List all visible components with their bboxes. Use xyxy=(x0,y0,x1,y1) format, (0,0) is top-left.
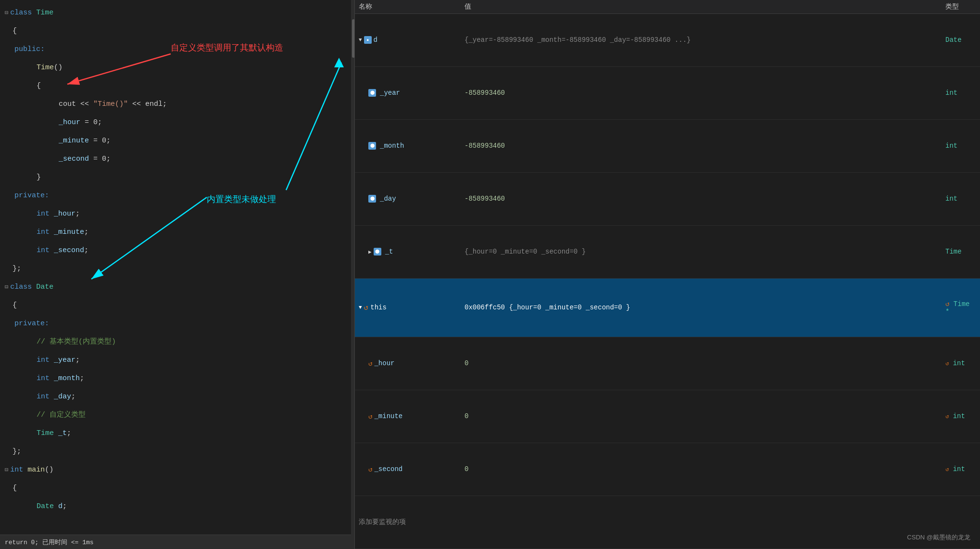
debug-panel: 名称 值 类型 ▼ ● d {_year=-858993460 _month=-… xyxy=(355,0,980,549)
debug-row-day[interactable]: ⬤ _day -858993460 int xyxy=(355,172,980,225)
code-line: }; xyxy=(0,260,351,278)
col-header-type: 类型 xyxy=(942,0,980,13)
var-icon-month: ⬤ xyxy=(368,142,376,150)
expand-arrow-t[interactable]: ▶ xyxy=(368,249,372,255)
debug-table-header: 名称 值 类型 xyxy=(355,0,980,13)
var-type-hour: ↺ int xyxy=(942,337,980,390)
code-line: { xyxy=(0,479,351,498)
code-line: cout << "Time()" << endl; xyxy=(0,95,351,114)
var-type-d: Date xyxy=(942,13,980,66)
code-line: { xyxy=(0,296,351,315)
debug-row-year[interactable]: ⬤ _year -858993460 int xyxy=(355,66,980,119)
debug-row-this[interactable]: ▼ ↺ this 0x006ffc50 {_hour=0 _minute=0 _… xyxy=(355,278,980,337)
code-line: int _day; xyxy=(0,388,351,406)
var-value-minute: 0 xyxy=(461,390,942,443)
code-line: }; xyxy=(0,443,351,461)
debug-row-hour[interactable]: ↺ _hour 0 ↺ int xyxy=(355,337,980,390)
status-bar: return 0; 已用时间 <= 1ms xyxy=(0,535,351,549)
code-panel: ⊟class Time { public: Time() { cout << "… xyxy=(0,0,351,549)
var-icon-year: ⬤ xyxy=(368,89,376,97)
debug-table: 名称 值 类型 ▼ ● d {_year=-858993460 _month=-… xyxy=(355,0,980,549)
var-value-year: -858993460 xyxy=(461,66,942,119)
var-type-t: Time xyxy=(942,225,980,278)
code-line: _second = 0; xyxy=(0,150,351,168)
var-value-second: 0 xyxy=(461,443,942,496)
code-line: ⊟class Time xyxy=(0,4,351,22)
col-header-value: 值 xyxy=(461,0,942,13)
var-value-day: -858993460 xyxy=(461,172,942,225)
code-line: _hour = 0; xyxy=(0,114,351,132)
code-line: int _second; xyxy=(0,242,351,260)
var-type-this: ↺ Time * xyxy=(942,278,980,337)
var-icon-hour: ↺ xyxy=(368,359,372,368)
code-line: } xyxy=(0,168,351,187)
keyword-class: class xyxy=(10,4,36,22)
code-content: ⊟class Time { public: Time() { cout << "… xyxy=(0,0,351,520)
code-line: public: xyxy=(0,40,351,59)
expand-arrow-d[interactable]: ▼ xyxy=(359,37,362,43)
var-icon-second: ↺ xyxy=(368,465,372,473)
collapse-icon-date[interactable]: ⊟ xyxy=(5,278,8,296)
code-line: int _hour; xyxy=(0,205,351,223)
debug-row-second[interactable]: ↺ _second 0 ↺ int xyxy=(355,443,980,496)
var-type-second: ↺ int xyxy=(942,443,980,496)
code-line: ⊟int main() xyxy=(0,461,351,479)
var-name-day: _day xyxy=(380,195,396,203)
debug-row-month[interactable]: ⬤ _month -858993460 int xyxy=(355,119,980,172)
var-type-minute: ↺ int xyxy=(942,390,980,443)
add-watch-row[interactable]: 添加要监视的项 xyxy=(355,496,980,549)
add-watch-label[interactable]: 添加要监视的项 xyxy=(355,496,980,549)
class-name-time: Time xyxy=(36,4,53,22)
code-line: private: xyxy=(0,315,351,333)
var-name-d: d xyxy=(374,36,377,44)
code-line: { xyxy=(0,77,351,95)
var-value-d: {_year=-858993460 _month=-858993460 _day… xyxy=(461,13,942,66)
expand-arrow-this[interactable]: ▼ xyxy=(359,305,362,310)
collapse-icon-main[interactable]: ⊟ xyxy=(5,461,8,479)
var-icon-d: ● xyxy=(364,36,372,44)
collapse-icon[interactable]: ⊟ xyxy=(5,4,8,22)
var-name-this: this xyxy=(370,304,387,311)
var-name-second: _second xyxy=(374,465,402,473)
code-line: Time _t; xyxy=(0,424,351,443)
var-icon-day: ⬤ xyxy=(368,195,376,203)
var-value-t: {_hour=0 _minute=0 _second=0 } xyxy=(461,225,942,278)
code-line: int _month; xyxy=(0,370,351,388)
var-icon-this: ↺ xyxy=(364,303,369,312)
debug-row-minute[interactable]: ↺ _minute 0 ↺ int xyxy=(355,390,980,443)
code-line: Date d; xyxy=(0,498,351,516)
var-name-year: _year xyxy=(380,89,400,97)
code-line: int _year; xyxy=(0,351,351,370)
var-value-month: -858993460 xyxy=(461,119,942,172)
code-line: ⊟class Date xyxy=(0,278,351,296)
var-type-year: int xyxy=(942,66,980,119)
var-value-hour: 0 xyxy=(461,337,942,390)
var-type-month: int xyxy=(942,119,980,172)
code-line: int _minute; xyxy=(0,223,351,242)
code-line: { xyxy=(0,22,351,40)
code-line: private: xyxy=(0,187,351,205)
var-name-hour: _hour xyxy=(374,359,394,367)
var-name-month: _month xyxy=(380,142,404,150)
status-text: return 0; 已用时间 <= 1ms xyxy=(5,538,94,547)
code-line: // 自定义类型 xyxy=(0,406,351,424)
code-line: // 基本类型(内置类型) xyxy=(0,333,351,351)
var-name-t: _t xyxy=(385,248,393,255)
var-value-this: 0x006ffc50 {_hour=0 _minute=0 _second=0 … xyxy=(461,278,942,337)
var-name-minute: _minute xyxy=(374,412,402,420)
var-icon-t: ⬤ xyxy=(374,248,381,255)
debug-row-t[interactable]: ▶ ⬤ _t {_hour=0 _minute=0 _second=0 } Ti… xyxy=(355,225,980,278)
var-icon-minute: ↺ xyxy=(368,412,372,421)
panel-divider xyxy=(351,0,355,549)
code-line: _minute = 0; xyxy=(0,132,351,150)
debug-row-d[interactable]: ▼ ● d {_year=-858993460 _month=-85899346… xyxy=(355,13,980,66)
watermark: CSDN @戴墨镜的龙龙 xyxy=(907,533,970,542)
var-type-day: int xyxy=(942,172,980,225)
code-line: Time() xyxy=(0,59,351,77)
col-header-name: 名称 xyxy=(355,0,461,13)
